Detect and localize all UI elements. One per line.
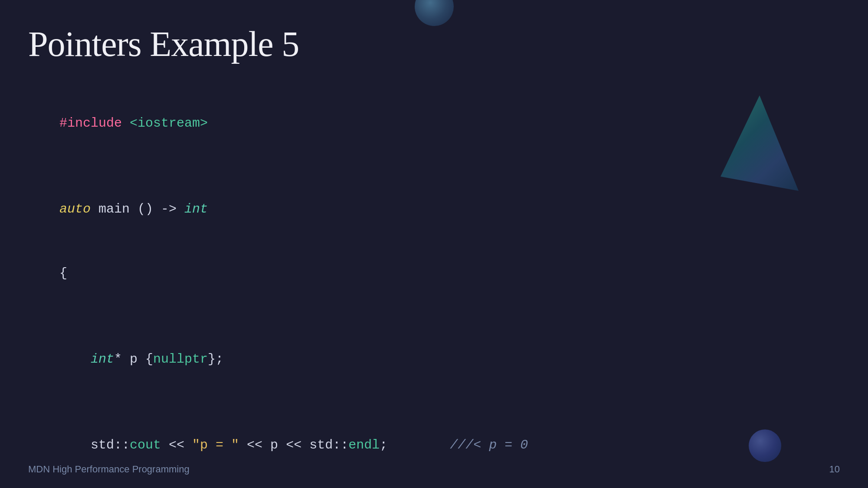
cout1-comment: ///< p = 0	[387, 438, 528, 452]
auto-keyword: auto	[59, 202, 91, 216]
code-line-blank4	[28, 478, 778, 488]
page-number: 10	[829, 464, 840, 475]
include-path: <iostream>	[130, 116, 208, 131]
endl1-keyword: endl	[348, 438, 380, 452]
code-line-main: auto main () -> int	[28, 177, 778, 242]
code-line-ptr-decl: int* p {nullptr};	[28, 328, 778, 392]
include-keyword: #include	[59, 116, 122, 131]
footer-text: MDN High Performance Programming	[28, 464, 190, 475]
code-line-include: #include <iostream>	[28, 91, 778, 156]
code-line-blank2	[28, 306, 778, 328]
int-type: int	[91, 352, 114, 367]
footer: MDN High Performance Programming 10	[0, 464, 868, 475]
nullptr-keyword: nullptr	[153, 352, 208, 367]
blob-top-decoration	[415, 0, 454, 26]
code-line-blank1	[28, 156, 778, 177]
code-line-blank3	[28, 392, 778, 413]
cout1-string: "p = "	[192, 438, 239, 452]
code-block: #include <iostream> auto main () -> int …	[28, 91, 778, 488]
int-return-type: int	[184, 202, 208, 216]
code-line-open-brace: {	[28, 242, 778, 306]
slide-title: Pointers Example 5	[28, 24, 299, 65]
cout1-keyword: cout	[130, 438, 161, 452]
